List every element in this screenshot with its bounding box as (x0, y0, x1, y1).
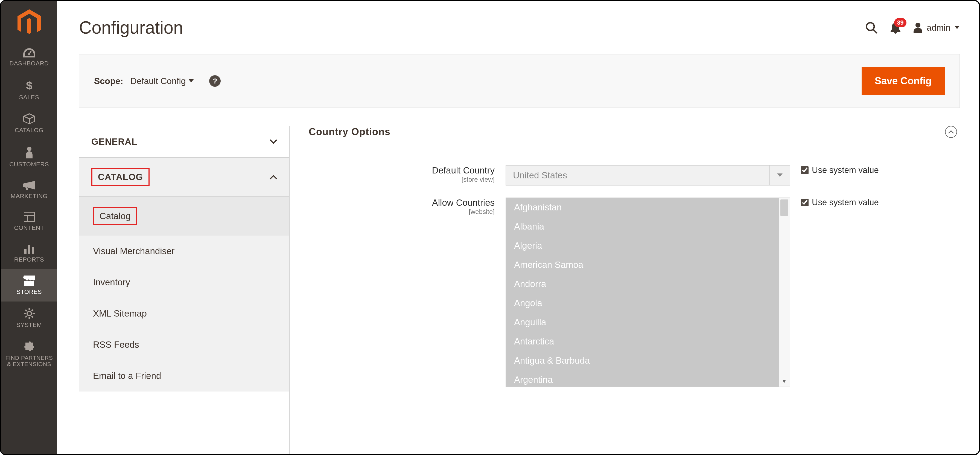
chevron-down-icon (188, 79, 194, 83)
nav-content[interactable]: CONTENT (1, 206, 57, 237)
chevron-down-icon (270, 139, 277, 144)
svg-rect-7 (24, 249, 27, 254)
bars-icon (24, 244, 35, 254)
country-option: Algeria (506, 236, 779, 255)
dollar-icon: $ (25, 79, 33, 91)
svg-point-10 (27, 311, 32, 316)
nav-sales-label: SALES (19, 94, 39, 101)
countries-scrollbar[interactable]: ▼ (779, 198, 790, 386)
section-title: Country Options (309, 126, 390, 137)
scope-help-button[interactable]: ? (209, 75, 221, 87)
country-option: Anguilla (506, 313, 779, 332)
nav-reports[interactable]: REPORTS (1, 237, 57, 269)
page-title: Configuration (79, 18, 183, 38)
nav-sales[interactable]: $ SALES (1, 73, 57, 107)
allow-countries-use-system-checkbox[interactable] (801, 199, 808, 206)
storefront-icon (23, 276, 35, 286)
collapse-section-button[interactable] (945, 126, 957, 138)
notification-count-badge: 39 (894, 18, 906, 27)
tree-section-catalog-label: CATALOG (91, 168, 150, 186)
nav-customers[interactable]: CUSTOMERS (1, 140, 57, 174)
default-country-label: Default Country (432, 165, 495, 176)
puzzle-icon (24, 341, 35, 352)
scope-select[interactable]: Default Config (130, 76, 194, 86)
magento-logo-icon (18, 9, 41, 37)
country-option: American Samoa (506, 255, 779, 275)
default-country-select: United States (506, 165, 790, 185)
nav-partners[interactable]: FIND PARTNERS & EXTENSIONS (1, 334, 57, 373)
scope-bar: Scope: Default Config ? Save Config (79, 54, 960, 108)
allow-countries-scope: [website] (309, 208, 495, 216)
tree-item-rss-feeds[interactable]: RSS Feeds (79, 329, 289, 360)
use-system-label: Use system value (812, 165, 879, 175)
default-country-use-system[interactable]: Use system value (801, 165, 879, 175)
country-option: Andorra (506, 275, 779, 294)
svg-rect-4 (24, 212, 35, 222)
nav-catalog-label: CATALOG (15, 127, 43, 134)
svg-line-16 (32, 316, 33, 318)
chevron-down-icon (954, 26, 960, 30)
default-country-value: United States (506, 166, 770, 185)
scrollbar-arrow-down-icon[interactable]: ▼ (779, 378, 790, 385)
tree-item-visual-merchandiser[interactable]: Visual Merchandiser (79, 236, 289, 267)
tree-item-email-to-friend[interactable]: Email to a Friend (79, 360, 289, 391)
scrollbar-thumb[interactable] (780, 200, 788, 216)
nav-dashboard[interactable]: DASHBOARD (1, 42, 57, 73)
default-country-use-system-checkbox[interactable] (801, 166, 808, 174)
nav-content-label: CONTENT (14, 225, 44, 231)
megaphone-icon (23, 180, 35, 190)
scope-label: Scope: (94, 76, 123, 86)
country-option: Albania (506, 217, 779, 236)
save-config-button[interactable]: Save Config (862, 67, 945, 95)
nav-marketing-label: MARKETING (11, 193, 48, 200)
svg-line-15 (25, 310, 27, 311)
country-option: Antarctica (506, 332, 779, 351)
country-option: Angola (506, 294, 779, 313)
allow-countries-label: Allow Countries (432, 198, 495, 208)
allow-countries-use-system[interactable]: Use system value (801, 198, 879, 208)
default-country-scope: [store view] (309, 176, 495, 183)
chevron-up-icon (270, 174, 277, 179)
magento-logo[interactable] (1, 9, 57, 37)
chevron-up-icon (948, 130, 954, 134)
nav-reports-label: REPORTS (14, 256, 44, 263)
svg-line-20 (873, 30, 877, 33)
countries-list: Afghanistan Albania Algeria American Sam… (506, 198, 779, 386)
nav-stores[interactable]: STORES (1, 269, 57, 301)
svg-point-21 (915, 23, 920, 28)
tree-section-catalog[interactable]: CATALOG (79, 158, 289, 197)
search-button[interactable] (865, 21, 878, 34)
box-icon (23, 113, 35, 124)
tree-item-xml-sitemap[interactable]: XML Sitemap (79, 298, 289, 329)
tree-item-catalog[interactable]: Catalog (79, 197, 289, 236)
use-system-label: Use system value (812, 198, 879, 208)
dashboard-icon (23, 48, 35, 57)
person-icon (25, 146, 33, 158)
svg-rect-1 (29, 51, 32, 54)
country-option: Afghanistan (506, 198, 779, 217)
nav-marketing[interactable]: MARKETING (1, 174, 57, 206)
nav-partners-label: FIND PARTNERS & EXTENSIONS (5, 354, 53, 367)
config-tree: GENERAL CATALOG Catalog Visual Merchandi… (79, 126, 290, 454)
nav-system[interactable]: SYSTEM (1, 302, 57, 334)
tree-section-general-label: GENERAL (91, 137, 137, 147)
country-option: Argentina (506, 370, 779, 386)
tree-item-inventory[interactable]: Inventory (79, 267, 289, 298)
allow-countries-multiselect: Afghanistan Albania Algeria American Sam… (506, 198, 790, 387)
notifications-button[interactable]: 39 (890, 21, 901, 34)
svg-point-0 (28, 53, 30, 55)
tree-catalog-items: Catalog Visual Merchandiser Inventory XM… (79, 197, 289, 391)
search-icon (865, 21, 878, 34)
main-content: Configuration 39 admin Scope: Default Co… (57, 1, 979, 454)
nav-customers-label: CUSTOMERS (9, 161, 49, 168)
tree-section-general[interactable]: GENERAL (79, 126, 289, 158)
chevron-down-icon (770, 166, 790, 185)
row-allow-countries: Allow Countries [website] Afghanistan Al… (309, 198, 960, 387)
nav-catalog[interactable]: CATALOG (1, 107, 57, 139)
user-icon (913, 22, 923, 33)
config-form: Country Options Default Country [store v… (309, 126, 960, 454)
account-menu[interactable]: admin (913, 22, 960, 33)
account-username: admin (927, 23, 950, 33)
svg-rect-8 (28, 245, 30, 254)
svg-point-3 (27, 147, 32, 151)
